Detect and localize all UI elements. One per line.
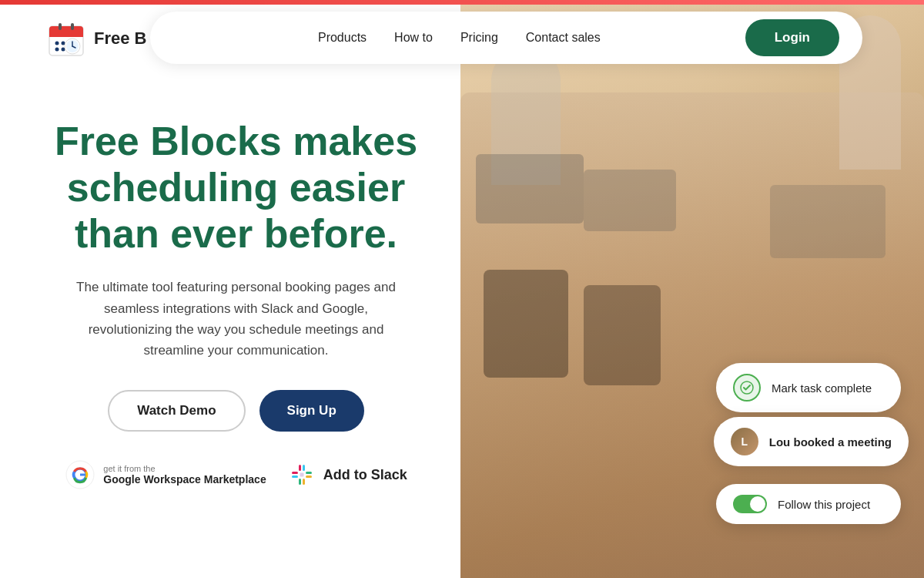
svg-rect-25 xyxy=(303,479,305,485)
hero-right: Mark task complete L Lou booked a meetin… xyxy=(460,0,924,578)
check-icon-container xyxy=(733,374,761,402)
svg-rect-23 xyxy=(303,465,305,471)
hero-subtitle: The ultimate tool featuring personal boo… xyxy=(67,277,406,361)
slack-integration[interactable]: Add to Slack xyxy=(288,461,407,489)
svg-rect-20 xyxy=(306,472,312,474)
nav-links: Products How to Pricing Contact sales xyxy=(173,31,745,45)
nav-pricing[interactable]: Pricing xyxy=(460,31,498,45)
google-workspace-integration[interactable]: get it from the Google Workspace Marketp… xyxy=(65,459,266,490)
svg-rect-18 xyxy=(292,472,298,474)
svg-rect-27 xyxy=(300,473,303,477)
watch-demo-button[interactable]: Watch Demo xyxy=(108,390,245,432)
logo-icon xyxy=(46,18,86,59)
follow-project-label: Follow this project xyxy=(778,498,870,511)
svg-point-7 xyxy=(55,48,59,52)
follow-project-notification: Follow this project xyxy=(716,484,901,524)
follow-toggle[interactable] xyxy=(733,495,767,513)
hero-title-line2: scheduling easier xyxy=(67,165,405,210)
logo-area: Free B xyxy=(46,18,146,59)
svg-rect-22 xyxy=(299,465,301,471)
hero-title-line3: than ever before. xyxy=(75,211,397,256)
slack-icon xyxy=(288,461,316,489)
mark-task-notification: Mark task complete xyxy=(716,363,901,412)
nav-howto[interactable]: How to xyxy=(394,31,433,45)
hero-title-line1: Free Blocks makes xyxy=(55,119,417,163)
hero-left: Free Blocks makes scheduling easier than… xyxy=(0,0,460,578)
svg-rect-24 xyxy=(299,479,301,485)
svg-rect-19 xyxy=(292,476,298,478)
google-icon xyxy=(65,459,95,490)
lou-avatar: L xyxy=(731,428,758,455)
slack-name: Add to Slack xyxy=(323,467,407,483)
svg-rect-2 xyxy=(49,32,83,37)
booked-meeting-notification: L Lou booked a meeting xyxy=(714,417,909,466)
navbar: Products How to Pricing Contact sales Lo… xyxy=(150,12,862,64)
google-small-text: get it from the xyxy=(103,464,266,473)
check-icon xyxy=(740,381,754,395)
toggle-knob xyxy=(750,496,765,512)
hero-buttons: Watch Demo Sign Up xyxy=(54,390,418,432)
hero-title: Free Blocks makes scheduling easier than… xyxy=(54,119,418,257)
nav-products[interactable]: Products xyxy=(318,31,367,45)
top-bar xyxy=(0,0,924,5)
google-text: get it from the Google Workspace Marketp… xyxy=(103,464,266,486)
sign-up-button[interactable]: Sign Up xyxy=(259,390,364,432)
nav-contact[interactable]: Contact sales xyxy=(526,31,601,45)
svg-rect-15 xyxy=(71,23,74,30)
booked-meeting-text: Lou booked a meeting xyxy=(769,435,892,449)
hero-integrations: get it from the Google Workspace Marketp… xyxy=(54,459,418,490)
svg-rect-21 xyxy=(306,476,312,478)
svg-point-3 xyxy=(55,42,59,45)
mark-task-label: Mark task complete xyxy=(772,381,872,395)
logo-text: Free B xyxy=(94,29,146,49)
svg-rect-14 xyxy=(59,23,62,30)
google-name: Google Workspace Marketplace xyxy=(103,473,266,486)
login-button[interactable]: Login xyxy=(745,19,839,56)
